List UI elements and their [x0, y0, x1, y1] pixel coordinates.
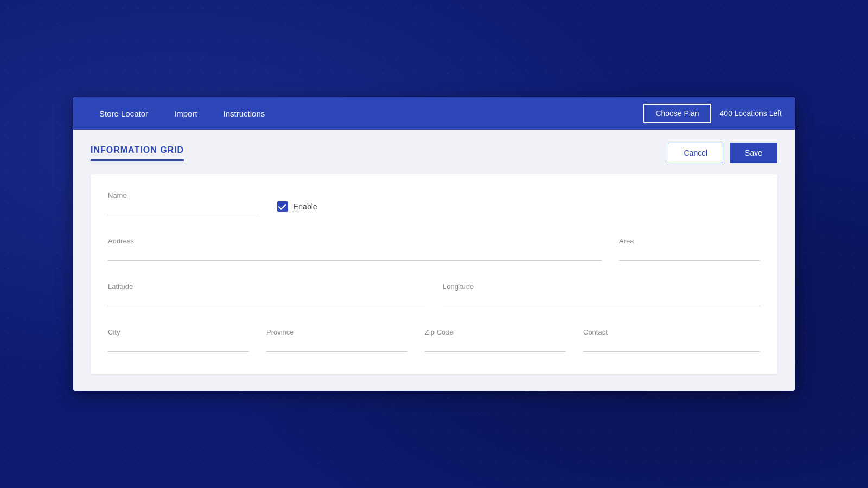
name-label: Name: [108, 191, 260, 200]
name-field: Name: [108, 191, 260, 215]
navbar: Store Locator Import Instructions Choose…: [73, 97, 795, 130]
city-field: City: [108, 328, 249, 352]
main-window: Store Locator Import Instructions Choose…: [73, 97, 795, 391]
area-label: Area: [619, 237, 760, 245]
contact-field: Contact: [583, 328, 760, 352]
section-title: INFORMATION GRID: [91, 145, 184, 161]
form-row-city: City Province Zip Code Contact: [108, 328, 760, 352]
nav-import[interactable]: Import: [161, 97, 210, 130]
locations-left-label: 400 Locations Left: [720, 109, 782, 118]
province-field: Province: [266, 328, 407, 352]
form-row-name: Name Enable: [108, 191, 760, 215]
address-label: Address: [108, 237, 602, 245]
address-input[interactable]: [108, 247, 602, 261]
nav-items: Store Locator Import Instructions: [86, 97, 643, 130]
form-card: Name Enable Address Area: [91, 174, 777, 374]
city-input[interactable]: [108, 338, 249, 352]
province-label: Province: [266, 328, 407, 336]
zipcode-field: Zip Code: [425, 328, 566, 352]
city-label: City: [108, 328, 249, 336]
latitude-input[interactable]: [108, 293, 425, 306]
zipcode-label: Zip Code: [425, 328, 566, 336]
nav-store-locator[interactable]: Store Locator: [86, 97, 161, 130]
province-input[interactable]: [266, 338, 407, 352]
form-row-address: Address Area: [108, 237, 760, 261]
cancel-button[interactable]: Cancel: [668, 143, 723, 163]
enable-checkbox[interactable]: [277, 201, 288, 212]
name-input[interactable]: [108, 202, 260, 215]
save-button[interactable]: Save: [730, 143, 777, 163]
choose-plan-button[interactable]: Choose Plan: [643, 104, 711, 123]
zipcode-input[interactable]: [425, 338, 566, 352]
longitude-field: Longitude: [443, 282, 760, 306]
main-content: INFORMATION GRID Cancel Save Name Enable: [73, 130, 795, 391]
contact-label: Contact: [583, 328, 760, 336]
latitude-field: Latitude: [108, 282, 425, 306]
address-field: Address: [108, 237, 602, 261]
nav-right: Choose Plan 400 Locations Left: [643, 104, 782, 123]
area-field: Area: [619, 237, 760, 261]
header-buttons: Cancel Save: [668, 143, 777, 163]
section-header: INFORMATION GRID Cancel Save: [91, 143, 777, 163]
contact-input[interactable]: [583, 338, 760, 352]
section-title-wrapper: INFORMATION GRID: [91, 145, 184, 161]
area-input[interactable]: [619, 247, 760, 261]
enable-wrapper: Enable: [277, 201, 317, 215]
longitude-input[interactable]: [443, 293, 760, 306]
form-row-latlong: Latitude Longitude: [108, 282, 760, 306]
latitude-label: Latitude: [108, 282, 425, 291]
longitude-label: Longitude: [443, 282, 760, 291]
enable-label: Enable: [293, 202, 317, 211]
nav-instructions[interactable]: Instructions: [210, 97, 278, 130]
